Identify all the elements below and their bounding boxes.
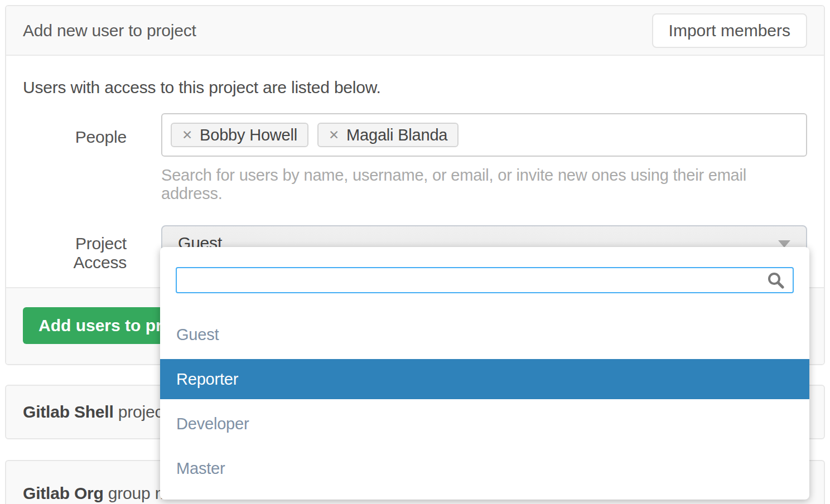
access-level-list: Guest Reporter Developer Master [160, 314, 809, 488]
access-option-developer[interactable]: Developer [160, 404, 809, 444]
access-option-guest[interactable]: Guest [160, 314, 809, 355]
page-title: Add new user to project [23, 21, 196, 40]
access-option-master[interactable]: Master [160, 448, 809, 488]
remove-user-icon[interactable]: ✕ [182, 129, 192, 142]
selected-user-chip[interactable]: ✕ Bobby Howell [171, 123, 308, 147]
group-name: Gitlab Org [23, 484, 104, 502]
intro-text: Users with access to this project are li… [23, 78, 807, 97]
import-members-button[interactable]: Import members [652, 13, 807, 48]
project-access-dropdown: Guest Reporter Developer Master [160, 247, 809, 500]
gitlab-shell-members-heading: Gitlab Shell project [23, 403, 167, 421]
people-label: People [23, 113, 143, 203]
people-help-text: Search for users by name, username, or e… [161, 166, 807, 203]
selected-user-name: Bobby Howell [200, 126, 297, 144]
selected-user-chip[interactable]: ✕ Magali Blanda [317, 123, 459, 147]
dropdown-search-input[interactable] [176, 267, 794, 293]
dropdown-search-wrap [176, 267, 794, 293]
remove-user-icon[interactable]: ✕ [329, 129, 339, 142]
project-name: Gitlab Shell [23, 403, 114, 421]
add-user-panel-heading: Add new user to project Import members [6, 6, 824, 56]
access-option-reporter[interactable]: Reporter [160, 359, 809, 399]
people-form-row: People ✕ Bobby Howell ✕ Magali Blanda Se… [23, 113, 807, 203]
add-user-form: Users with access to this project are li… [6, 56, 824, 272]
project-access-label: Project Access [23, 225, 143, 272]
gitlab-org-members-heading: Gitlab Org group m [23, 484, 168, 503]
people-input[interactable]: ✕ Bobby Howell ✕ Magali Blanda [161, 113, 807, 157]
selected-user-name: Magali Blanda [346, 126, 447, 144]
